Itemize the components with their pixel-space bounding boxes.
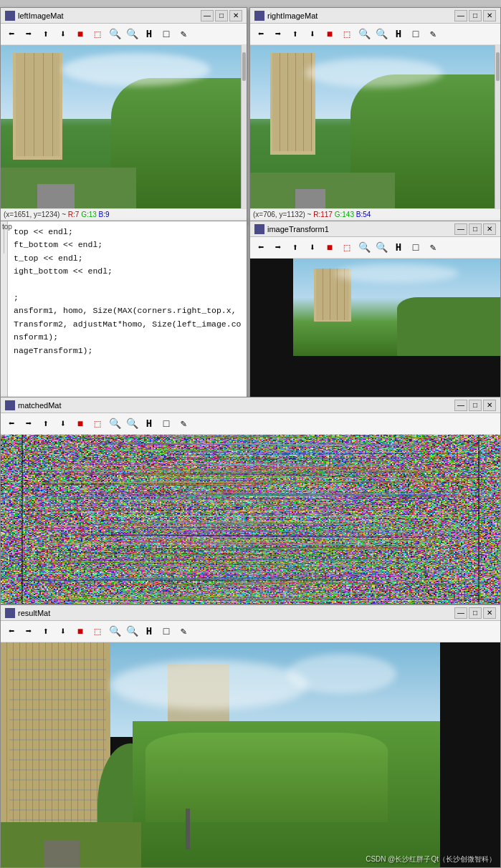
fill-icon-t[interactable]: ■ xyxy=(322,240,338,256)
zoom-out-icon-m[interactable]: 🔍 xyxy=(124,416,140,432)
fill-icon-m[interactable]: ■ xyxy=(72,416,88,432)
down-icon-t[interactable]: ⬇ xyxy=(305,240,320,256)
fill-icon[interactable]: ■ xyxy=(72,26,88,42)
matched-window-controls[interactable]: — □ ✕ xyxy=(454,400,496,411)
record-icon-t[interactable]: ⬚ xyxy=(339,240,355,256)
close-button-t[interactable]: ✕ xyxy=(483,223,496,235)
record-icon[interactable]: ⬚ xyxy=(90,26,105,42)
matched-window-title: matchedMat xyxy=(18,401,62,410)
border-icon-t[interactable]: □ xyxy=(408,240,424,256)
code-line-10: nageTransform1); xyxy=(14,344,241,357)
close-button-m[interactable]: ✕ xyxy=(483,400,496,411)
record-icon-m[interactable]: ⬚ xyxy=(90,416,105,432)
forward-icon-res[interactable]: ➡ xyxy=(21,624,37,640)
zoom-in-icon-t[interactable]: 🔍 xyxy=(356,240,372,256)
transform-image-window: imageTransform1 — □ ✕ ⬅ ➡ ⬆ ⬇ ■ ⬚ 🔍 🔍 H … xyxy=(249,221,501,398)
result-title-bar: resultMat — □ ✕ xyxy=(1,605,500,621)
fill-icon-res[interactable]: ■ xyxy=(72,624,88,640)
forward-icon-m[interactable]: ➡ xyxy=(21,416,37,432)
zoom-in-icon-res[interactable]: 🔍 xyxy=(107,624,123,640)
forward-icon-r[interactable]: ➡ xyxy=(270,26,286,42)
minimize-button[interactable]: — xyxy=(201,10,214,21)
fill-icon-r[interactable]: ■ xyxy=(322,26,338,42)
top-label: top xyxy=(2,223,12,231)
back-icon-t[interactable]: ⬅ xyxy=(253,240,269,256)
back-icon[interactable]: ⬅ xyxy=(4,26,19,42)
fit-icon-m[interactable]: H xyxy=(141,416,157,432)
zoom-out-icon-t[interactable]: 🔍 xyxy=(373,240,389,256)
right-image-window: rightImageMat — □ ✕ ⬅ ➡ ⬆ ⬇ ■ ⬚ 🔍 🔍 H □ … xyxy=(249,7,501,222)
right-b-value: B:54 xyxy=(356,211,371,218)
minimize-button-m[interactable]: — xyxy=(454,400,467,411)
up-icon-t[interactable]: ⬆ xyxy=(287,240,303,256)
left-window-title: leftImageMat xyxy=(18,11,64,20)
result-image-container: CSDN @长沙红胖子Qt（长沙创微智科） xyxy=(1,642,500,867)
fit-icon-res[interactable]: H xyxy=(141,624,157,640)
right-status-bar: (x=706, y=1132) ~ R:117 G:143 B:54 xyxy=(250,208,500,221)
maximize-button-t[interactable]: □ xyxy=(469,223,482,235)
code-line-6: ; xyxy=(14,291,241,304)
border-icon-m[interactable]: □ xyxy=(158,416,174,432)
record-icon-res[interactable]: ⬚ xyxy=(90,624,105,640)
zoom-in-icon-r[interactable]: 🔍 xyxy=(356,26,372,42)
left-toolbar: ⬅ ➡ ⬆ ⬇ ■ ⬚ 🔍 🔍 H □ ✎ xyxy=(1,24,247,45)
down-icon-m[interactable]: ⬇ xyxy=(55,416,71,432)
minimize-button-r[interactable]: — xyxy=(454,10,467,21)
up-icon-m[interactable]: ⬆ xyxy=(38,416,54,432)
maximize-button[interactable]: □ xyxy=(215,10,228,21)
back-icon-res[interactable]: ⬅ xyxy=(4,624,19,640)
forward-icon-t[interactable]: ➡ xyxy=(270,240,286,256)
cursor-icon-r[interactable]: ✎ xyxy=(425,26,441,42)
down-icon-res[interactable]: ⬇ xyxy=(55,624,71,640)
close-button-res[interactable]: ✕ xyxy=(483,607,496,619)
transform-window-controls[interactable]: — □ ✕ xyxy=(454,223,496,235)
up-icon-r[interactable]: ⬆ xyxy=(287,26,303,42)
record-icon-r[interactable]: ⬚ xyxy=(339,26,355,42)
code-line-7: ansform1, homo, Size(MAX(corners.right_t… xyxy=(14,304,241,317)
down-icon-r[interactable]: ⬇ xyxy=(305,26,320,42)
back-icon-r[interactable]: ⬅ xyxy=(253,26,269,42)
zoom-out-icon[interactable]: 🔍 xyxy=(124,26,140,42)
left-image xyxy=(1,45,247,208)
zoom-in-icon[interactable]: 🔍 xyxy=(107,26,123,42)
cursor-icon-m[interactable]: ✎ xyxy=(176,416,191,432)
result-toolbar: ⬅ ➡ ⬆ ⬇ ■ ⬚ 🔍 🔍 H □ ✎ xyxy=(1,621,500,642)
left-coords: (x=1651, y=1234) ~ xyxy=(4,211,68,218)
border-icon-r[interactable]: □ xyxy=(408,26,424,42)
code-line-1: top << endl; xyxy=(14,226,241,238)
cursor-icon-res[interactable]: ✎ xyxy=(176,624,191,640)
right-window-controls[interactable]: — □ ✕ xyxy=(454,10,496,21)
fit-icon[interactable]: H xyxy=(141,26,157,42)
cursor-icon[interactable]: ✎ xyxy=(176,26,191,42)
maximize-button-res[interactable]: □ xyxy=(469,607,482,619)
close-button[interactable]: ✕ xyxy=(229,10,242,21)
watermark: CSDN @长沙红胖子Qt（长沙创微智科） xyxy=(366,854,496,864)
back-icon-m[interactable]: ⬅ xyxy=(4,416,19,432)
maximize-button-m[interactable]: □ xyxy=(469,400,482,411)
zoom-in-icon-m[interactable]: 🔍 xyxy=(107,416,123,432)
left-b-value: B:9 xyxy=(99,211,110,218)
border-icon-res[interactable]: □ xyxy=(158,624,174,640)
result-window-controls[interactable]: — □ ✕ xyxy=(454,607,496,619)
left-status-bar: (x=1651, y=1234) ~ R:7 G:13 B:9 xyxy=(1,208,247,221)
window-icon-m xyxy=(5,400,15,410)
left-image-window: leftImageMat — □ ✕ ⬅ ➡ ⬆ ⬇ ■ ⬚ 🔍 🔍 H □ ✎ xyxy=(0,7,247,222)
close-button-r[interactable]: ✕ xyxy=(483,10,496,21)
minimize-button-res[interactable]: — xyxy=(454,607,467,619)
cursor-icon-t[interactable]: ✎ xyxy=(425,240,441,256)
up-icon-res[interactable]: ⬆ xyxy=(38,624,54,640)
code-line-3: t_top << endl; xyxy=(14,252,241,265)
zoom-out-icon-r[interactable]: 🔍 xyxy=(373,26,389,42)
window-icon-res xyxy=(5,608,15,618)
code-line-5 xyxy=(14,279,241,291)
up-icon[interactable]: ⬆ xyxy=(38,26,54,42)
zoom-out-icon-res[interactable]: 🔍 xyxy=(124,624,140,640)
border-icon[interactable]: □ xyxy=(158,26,174,42)
down-icon[interactable]: ⬇ xyxy=(55,26,71,42)
fit-icon-t[interactable]: H xyxy=(391,240,406,256)
forward-icon[interactable]: ➡ xyxy=(21,26,37,42)
left-window-controls[interactable]: — □ ✕ xyxy=(201,10,242,21)
fit-icon-r[interactable]: H xyxy=(391,26,406,42)
maximize-button-r[interactable]: □ xyxy=(469,10,482,21)
minimize-button-t[interactable]: — xyxy=(454,223,467,235)
